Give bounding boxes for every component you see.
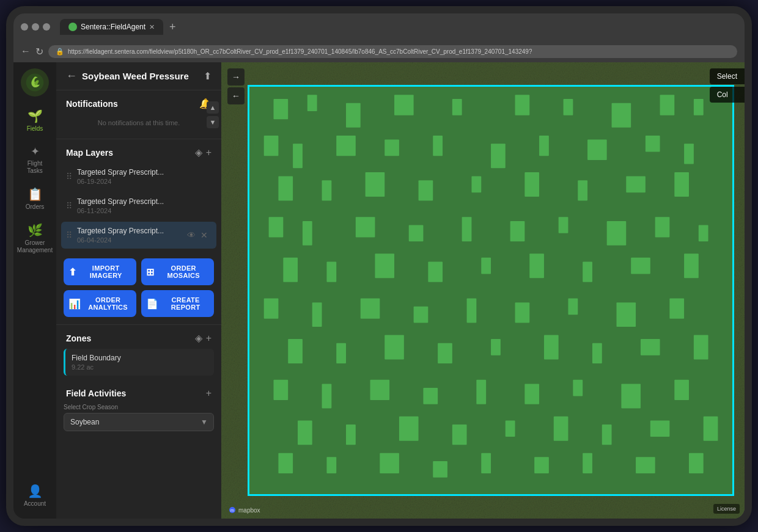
zone-item-field-boundary[interactable]: Field Boundary 9.22 ac bbox=[64, 349, 214, 376]
address-bar[interactable]: 🔒 https://fieldagent.sentera.com/fieldvi… bbox=[48, 45, 737, 58]
drag-handle-3[interactable]: ⠿ bbox=[66, 230, 72, 240]
map-layers-add-button[interactable]: + bbox=[206, 147, 212, 158]
share-button[interactable]: ⬆ bbox=[204, 70, 212, 82]
svg-rect-82 bbox=[298, 421, 312, 445]
layer-item-3[interactable]: ⠿ Targeted Spray Prescript... 06-04-2024… bbox=[61, 222, 216, 249]
back-button[interactable]: ← bbox=[21, 46, 31, 57]
tab-close-btn[interactable]: ✕ bbox=[149, 23, 155, 31]
import-imagery-label: IMPORT IMAGERY bbox=[80, 264, 131, 279]
svg-rect-35 bbox=[674, 172, 689, 197]
scroll-up-button[interactable]: ▲ bbox=[207, 101, 219, 114]
map-layers-header: Map Layers ◈ + bbox=[56, 139, 221, 163]
mapbox-logo-icon: m bbox=[229, 506, 236, 514]
svg-rect-78 bbox=[524, 384, 539, 404]
panel-scroll-area[interactable]: Notifications 🔔 No notifications at this… bbox=[56, 90, 221, 519]
svg-rect-71 bbox=[641, 339, 660, 355]
layer-info-3: Targeted Spray Prescript... 06-04-2024 bbox=[77, 227, 181, 244]
svg-rect-90 bbox=[703, 417, 718, 441]
refresh-button[interactable]: ↻ bbox=[35, 46, 43, 57]
field-activities-header: Field Activities + bbox=[56, 381, 221, 404]
svg-rect-58 bbox=[413, 307, 428, 323]
layer-item-1[interactable]: ⠿ Targeted Spray Prescript... 06-19-2024 bbox=[61, 163, 216, 190]
tab-bar: Sentera::FieldAgent ✕ + bbox=[60, 19, 180, 35]
license-button[interactable]: License bbox=[713, 504, 740, 514]
window-control-maximize[interactable] bbox=[43, 23, 50, 31]
zones-actions: ◈ + bbox=[195, 332, 212, 344]
map-nav-left-button[interactable]: ← bbox=[227, 87, 245, 104]
layer-item-2[interactable]: ⠿ Targeted Spray Prescript... 06-11-2024 bbox=[61, 192, 216, 219]
sidebar-item-grower-management[interactable]: 🌿 Grower Management bbox=[17, 218, 53, 259]
svg-rect-80 bbox=[621, 384, 641, 409]
import-imagery-button[interactable]: ⬆ IMPORT IMAGERY bbox=[64, 258, 136, 285]
window-control-minimize[interactable] bbox=[32, 23, 39, 31]
order-analytics-icon: 📊 bbox=[68, 298, 81, 310]
svg-rect-55 bbox=[263, 299, 278, 319]
svg-rect-81 bbox=[674, 380, 689, 400]
svg-rect-85 bbox=[452, 425, 467, 445]
create-report-button[interactable]: 📄 CREATE REPORT bbox=[141, 290, 214, 317]
window-control-close[interactable] bbox=[21, 23, 28, 31]
svg-rect-92 bbox=[326, 457, 336, 474]
svg-rect-16 bbox=[694, 99, 704, 115]
drag-handle-1[interactable]: ⠿ bbox=[66, 172, 72, 181]
drag-handle-2[interactable]: ⠿ bbox=[66, 201, 72, 211]
svg-rect-59 bbox=[466, 299, 476, 323]
zones-add-button[interactable]: + bbox=[206, 332, 212, 344]
layer-visibility-button[interactable]: 👁 bbox=[186, 229, 197, 241]
svg-rect-64 bbox=[288, 339, 303, 363]
order-mosaics-icon: ⊞ bbox=[146, 266, 154, 278]
map-nav-right-button[interactable]: → bbox=[227, 68, 245, 86]
zones-stack-button[interactable]: ◈ bbox=[195, 332, 202, 344]
svg-rect-29 bbox=[365, 172, 385, 197]
crop-season-select[interactable]: Soybean Corn Wheat bbox=[64, 413, 214, 431]
svg-rect-28 bbox=[322, 181, 331, 201]
svg-rect-84 bbox=[399, 417, 419, 441]
svg-rect-18 bbox=[293, 144, 303, 169]
svg-rect-75 bbox=[370, 380, 389, 400]
svg-rect-96 bbox=[534, 457, 549, 474]
svg-rect-36 bbox=[268, 217, 283, 238]
new-tab-button[interactable]: + bbox=[166, 20, 180, 35]
svg-rect-76 bbox=[423, 388, 438, 404]
sidebar-item-flight-tasks[interactable]: ✦ Flight Tasks bbox=[17, 140, 53, 180]
fields-label: Fields bbox=[27, 125, 43, 133]
active-tab[interactable]: Sentera::FieldAgent ✕ bbox=[60, 19, 163, 35]
svg-rect-86 bbox=[506, 421, 515, 437]
sidebar-nav: 🌱 Fields ✦ Flight Tasks 📋 Orders 🌿 Growe… bbox=[13, 62, 56, 519]
svg-rect-49 bbox=[428, 262, 443, 282]
layer-date-2: 06-11-2024 bbox=[77, 207, 209, 214]
map-layers-stack-button[interactable]: ◈ bbox=[195, 147, 202, 158]
svg-rect-26 bbox=[684, 144, 694, 164]
svg-rect-14 bbox=[611, 103, 631, 128]
svg-rect-72 bbox=[694, 335, 708, 360]
layer-remove-button[interactable]: ✕ bbox=[199, 229, 209, 241]
order-analytics-button[interactable]: 📊 ORDER ANALYTICS bbox=[64, 290, 136, 317]
panel-back-button[interactable]: ← bbox=[66, 70, 77, 82]
sentera-logo-icon bbox=[25, 73, 45, 92]
field-label-badge: Col bbox=[710, 87, 745, 103]
tablet-frame: Sentera::FieldAgent ✕ + ← ↻ 🔒 https://fi… bbox=[6, 6, 752, 526]
app-logo[interactable] bbox=[21, 68, 49, 97]
svg-rect-34 bbox=[626, 177, 646, 193]
order-mosaics-button[interactable]: ⊞ ORDER MOSAICS bbox=[141, 258, 214, 285]
account-icon: 👤 bbox=[28, 484, 43, 498]
crop-season-label: Select Crop Season bbox=[56, 404, 221, 410]
svg-rect-56 bbox=[312, 302, 322, 327]
sidebar-item-orders[interactable]: 📋 Orders bbox=[17, 182, 53, 216]
svg-rect-83 bbox=[346, 425, 356, 445]
sidebar-item-account[interactable]: 👤 Account bbox=[17, 479, 53, 512]
svg-rect-20 bbox=[385, 140, 399, 156]
panel-header: ← Soybean Weed Pressure ⬆ bbox=[56, 62, 221, 90]
fields-icon: 🌱 bbox=[28, 109, 43, 123]
svg-rect-46 bbox=[283, 258, 298, 282]
scroll-down-button[interactable]: ▼ bbox=[207, 116, 219, 128]
svg-rect-88 bbox=[602, 425, 612, 445]
scroll-arrows: ▲ ▼ bbox=[204, 99, 221, 131]
svg-rect-53 bbox=[631, 258, 650, 274]
field-activities-add-button[interactable]: + bbox=[206, 388, 212, 399]
svg-rect-60 bbox=[515, 302, 529, 322]
svg-rect-40 bbox=[462, 217, 471, 242]
account-label: Account bbox=[24, 500, 46, 508]
sidebar-item-fields[interactable]: 🌱 Fields bbox=[17, 104, 53, 137]
svg-rect-11 bbox=[452, 99, 462, 115]
